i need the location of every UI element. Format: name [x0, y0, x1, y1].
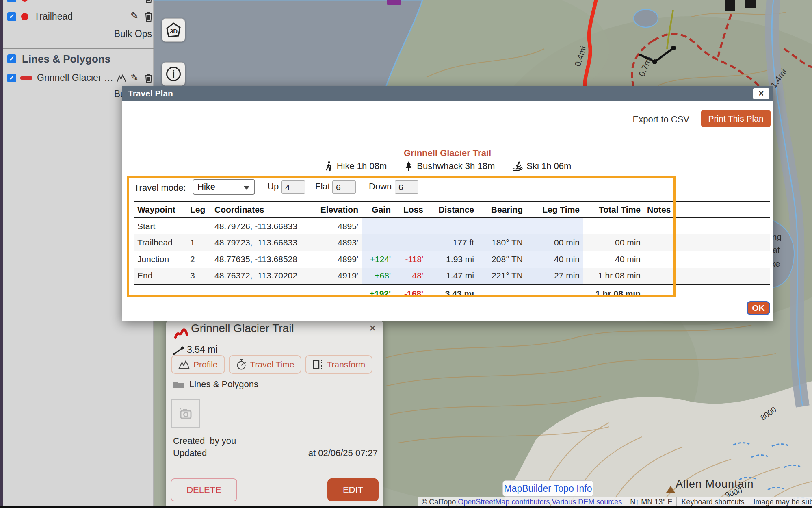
trash-icon[interactable] [143, 0, 154, 3]
dialog-title: Travel Plan [128, 89, 173, 98]
travel-mode-label: Travel mode: [134, 182, 186, 193]
transform-button[interactable]: Transform [305, 355, 372, 374]
dem-link[interactable]: Various DEM sources [552, 498, 622, 506]
purple-feature [387, 0, 401, 5]
delete-button[interactable]: DELETE [171, 478, 237, 501]
pencil-icon[interactable]: ✎ [129, 0, 140, 2]
mountain-3d-icon: 3D [165, 21, 182, 39]
image-copyright-notice: Image may be sub [749, 497, 812, 507]
trash-icon[interactable] [143, 11, 154, 22]
checkbox[interactable]: ✓ [7, 0, 16, 2]
ski-time: Ski 1h 06m [512, 161, 571, 172]
map-label-allen-mountain: Allen Mountain [676, 478, 754, 490]
travel-plan-dialog: Travel Plan × Export to CSV Print This P… [122, 86, 773, 321]
waypoint-cell: Junction [134, 251, 187, 268]
checkbox[interactable]: ✓ [7, 12, 16, 21]
pond [634, 9, 658, 27]
sidebar-item-label: Trailhead [34, 11, 73, 22]
col-loss: Loss [394, 202, 427, 218]
mapbuilder-topo-info-button[interactable]: MapBuilder Topo Info [502, 480, 593, 497]
travel-plan-table: Waypoint Leg Coordinates Elevation Gain … [134, 201, 770, 303]
travel-mode-value: Hike [197, 182, 215, 192]
hiker-icon [324, 161, 333, 172]
waypoint-cell: End [134, 268, 187, 284]
table-row-end: End 3 48.76372, -113.70202 4919' +68' -4… [134, 268, 770, 284]
flat-label: Flat [315, 181, 330, 192]
travel-mode-select[interactable]: Hike [193, 179, 255, 195]
ski-time-label: Ski 1h 06m [526, 161, 571, 172]
ok-button[interactable]: OK [747, 301, 770, 315]
print-plan-button[interactable]: Print This Plan [701, 110, 771, 127]
sidebar-item-label: Grinnell Glacier … [37, 72, 113, 83]
add-photo-box[interactable] [171, 399, 200, 428]
total-gain: +192' [362, 284, 394, 303]
hike-time: Hike 1h 08m [324, 161, 387, 172]
3d-view-button[interactable]: 3D [162, 18, 185, 42]
folder-label: Lines & Polygons [189, 379, 258, 390]
total-distance: 3.43 mi [427, 284, 477, 303]
svg-text:3D: 3D [170, 28, 178, 35]
col-leg-time: Leg Time [526, 202, 583, 218]
osm-link[interactable]: OpenStreetMap contributors [458, 498, 550, 506]
divider [3, 48, 154, 49]
sidebar-section-lines-polygons: ✓ Lines & Polygons [3, 54, 154, 70]
folder-icon [172, 380, 184, 389]
edit-button[interactable]: EDIT [327, 478, 379, 501]
lake-label-fragment: af [773, 245, 780, 254]
travel-time-button-label: Travel Time [250, 360, 294, 369]
divider [171, 393, 379, 393]
checkbox[interactable]: ✓ [7, 74, 16, 82]
col-bearing: Bearing [477, 202, 526, 218]
pencil-icon[interactable]: ✎ [129, 11, 140, 21]
table-row-start: Start 48.79726, -113.66833 4895' [134, 218, 770, 234]
bushwhack-time: Bushwhack 3h 18m [404, 161, 495, 172]
profile-icon[interactable] [116, 74, 127, 83]
map-credits: © CalTopo, OpenStreetMap contributors , … [418, 497, 626, 507]
bulk-ops-link[interactable]: Bulk Ops [114, 28, 152, 39]
hike-time-label: Hike 1h 08m [337, 161, 387, 172]
table-header-row: Waypoint Leg Coordinates Elevation Gain … [134, 202, 770, 218]
feature-popup: Grinnell Glacier Trail × 3.54 mi Profile… [166, 321, 383, 507]
trash-icon[interactable] [143, 73, 154, 84]
window-bottom-edge [0, 506, 812, 508]
info-button[interactable]: i [162, 62, 185, 86]
col-leg: Leg [187, 202, 211, 218]
waypoint-cell: Start [134, 218, 187, 234]
created-label: Created [173, 436, 205, 446]
declination-indicator: N↑ MN 13° E [626, 497, 676, 507]
transform-button-label: Transform [327, 360, 365, 369]
export-csv-link[interactable]: Export to CSV [633, 114, 689, 125]
col-notes: Notes [644, 202, 680, 218]
profile-icon [178, 360, 190, 369]
col-total-time: Total Time [583, 202, 644, 218]
dialog-titlebar[interactable]: Travel Plan × [122, 86, 773, 101]
skier-icon [512, 161, 523, 172]
table-totals-row: +192' -168' 3.43 mi 1 hr 08 min [134, 284, 770, 303]
col-coordinates: Coordinates [211, 202, 313, 218]
flat-input[interactable] [332, 180, 356, 194]
trail-name: Grinnell Glacier Trail [122, 148, 773, 158]
close-icon[interactable]: × [369, 321, 376, 335]
folder-row[interactable]: Lines & Polygons [172, 379, 258, 390]
col-distance: Distance [427, 202, 477, 218]
info-icon: i [166, 67, 181, 81]
line-feature-icon [173, 326, 188, 340]
pencil-icon[interactable]: ✎ [129, 72, 140, 83]
window-edge [0, 0, 3, 508]
keyboard-shortcuts-link[interactable]: Keyboard shortcuts [676, 497, 748, 507]
bushwhack-time-label: Bushwhack 3h 18m [417, 161, 495, 172]
distance-icon [172, 345, 184, 356]
marker-dot-icon [21, 0, 28, 2]
building-icon [745, 0, 756, 8]
profile-button-label: Profile [193, 360, 218, 369]
tree-icon [404, 161, 414, 172]
checkbox[interactable]: ✓ [7, 54, 16, 63]
feature-distance: 3.54 mi [187, 344, 217, 355]
table-row-junction: Junction 2 48.77635, -113.68528 4899' +1… [134, 251, 770, 268]
line-swatch-icon [20, 76, 32, 80]
travel-time-button[interactable]: Travel Time [229, 355, 302, 374]
up-input[interactable] [281, 180, 305, 194]
close-icon[interactable]: × [753, 88, 769, 99]
profile-button[interactable]: Profile [171, 355, 225, 374]
down-input[interactable] [395, 180, 418, 194]
